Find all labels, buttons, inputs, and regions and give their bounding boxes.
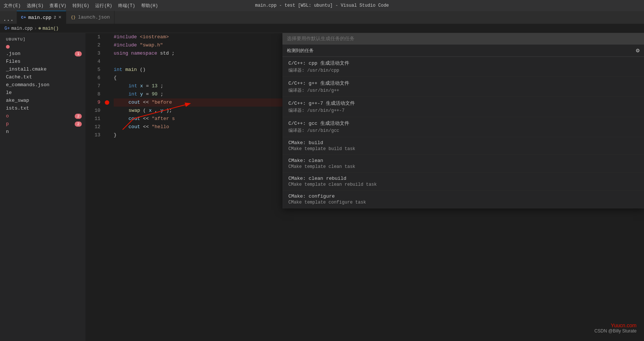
breadcrumb-func-icon: ⊕	[38, 26, 41, 31]
menu-goto[interactable]: 转到(G)	[72, 3, 90, 9]
sidebar-item-le[interactable]: le	[0, 89, 85, 97]
gear-icon[interactable]: ⚙	[636, 47, 640, 54]
task-title-1: C/C++: g++ 生成活动文件	[288, 80, 638, 87]
watermark-yuucn: Yuucn.com	[594, 322, 637, 328]
line-num-12: 12	[85, 123, 100, 131]
line-num-1: 1	[85, 33, 100, 41]
line-num-3: 3	[85, 49, 100, 58]
command-palette: 检测到的任务 ⚙ C/C++: cpp 生成活动文件 编译器: /usr/bin…	[282, 33, 644, 208]
task-title-3: C/C++: gcc 生成活动文件	[288, 120, 638, 127]
task-title-2: C/C++: g++-7 生成活动文件	[288, 100, 638, 107]
sidebar-badge-p: 2	[75, 121, 82, 127]
task-item-3[interactable]: C/C++: gcc 生成活动文件 编译器: /usr/bin/gcc	[282, 117, 644, 137]
task-subtitle-2: 编译器: /usr/bin/g++-7	[288, 107, 638, 114]
tab-launch-json[interactable]: {} launch.json	[66, 11, 114, 24]
task-subtitle-6: CMake template clean rebuild task	[288, 182, 638, 187]
sidebar-item-commands-json[interactable]: e_commands.json	[0, 81, 85, 89]
task-item-5[interactable]: CMake: clean CMake template clean task	[282, 155, 644, 173]
sidebar-item-cache-txt[interactable]: Cache.txt	[0, 73, 85, 81]
menu-terminal[interactable]: 终端(T)	[118, 3, 135, 9]
sidebar-item-install-cmake[interactable]: _install.cmake	[0, 65, 85, 73]
line-num-11: 11	[85, 115, 100, 123]
breadcrumb-func-name[interactable]: main()	[42, 26, 58, 31]
breadcrumb-sep1: ›	[34, 26, 37, 31]
tab-close-button[interactable]: ×	[58, 15, 61, 20]
line-num-7: 7	[85, 82, 100, 90]
tab-bar: ··· C+ main.cpp 2 × {} launch.json	[0, 11, 644, 24]
task-title-7: CMake: configure	[288, 194, 638, 199]
line-num-13: 13	[85, 131, 100, 139]
task-item-7[interactable]: CMake: configure CMake template configur…	[282, 191, 644, 208]
sidebar-item-dot	[0, 44, 85, 50]
json-icon: {}	[71, 15, 75, 20]
task-title-6: CMake: clean rebuild	[288, 176, 638, 181]
command-palette-header-label: 检测到的任务	[287, 48, 314, 54]
sidebar-badge-json: 1	[75, 51, 82, 56]
task-title-0: C/C++: cpp 生成活动文件	[288, 60, 638, 66]
sidebar-modified-dot	[6, 45, 10, 49]
line-num-4: 4	[85, 58, 100, 66]
breadcrumb-file[interactable]: G+	[4, 26, 10, 31]
sidebar-item-files[interactable]: Files	[0, 58, 85, 65]
watermark: Yuucn.com CSDN @Billy Sturate	[594, 322, 637, 334]
sidebar-item-o[interactable]: o 2	[0, 112, 85, 120]
tab-main-cpp-label: main.cpp	[28, 15, 51, 20]
breakpoint-gutter	[104, 33, 111, 341]
task-subtitle-3: 编译器: /usr/bin/gcc	[288, 127, 638, 134]
line-numbers: 1 2 3 4 5 6 7 8 9 10 11 12 13	[85, 33, 104, 341]
task-subtitle-0: 编译器: /usr/bin/cpp	[288, 67, 638, 74]
task-subtitle-1: 编译器: /usr/bin/g++	[288, 87, 638, 94]
task-item-1[interactable]: C/C++: g++ 生成活动文件 编译器: /usr/bin/g++	[282, 77, 644, 97]
sidebar-header: UBUNTU]	[0, 36, 85, 44]
command-search-bar	[282, 33, 644, 45]
tab-more-button[interactable]: ···	[0, 17, 17, 24]
menu-file[interactable]: 文件(E)	[4, 3, 21, 9]
line-num-5: 5	[85, 66, 100, 74]
command-search-input[interactable]	[287, 36, 640, 42]
task-title-5: CMake: clean	[288, 158, 638, 163]
line-num-9: 9	[85, 98, 100, 107]
menu-help[interactable]: 帮助(H)	[141, 3, 158, 9]
main-layout: UBUNTU] .json 1 Files _install.cmake Cac…	[0, 33, 644, 341]
command-palette-header: 检测到的任务 ⚙	[282, 45, 644, 57]
tab-modified-indicator: 2	[54, 15, 56, 20]
line-num-2: 2	[85, 41, 100, 49]
menu-bar[interactable]: 文件(E) 选择(S) 查看(V) 转到(G) 运行(R) 终端(T) 帮助(H…	[4, 3, 158, 9]
task-title-4: CMake: build	[288, 140, 638, 146]
task-item-4[interactable]: CMake: build CMake template build task	[282, 137, 644, 155]
cpp-icon: C+	[21, 15, 26, 20]
window-title: main.cpp - test [WSL: ubuntu] - Visual S…	[255, 3, 389, 8]
task-item-6[interactable]: CMake: clean rebuild CMake template clea…	[282, 173, 644, 191]
sidebar: UBUNTU] .json 1 Files _install.cmake Cac…	[0, 33, 85, 341]
task-subtitle-5: CMake template clean task	[288, 164, 638, 169]
line-num-10: 10	[85, 107, 100, 115]
sidebar-badge-o: 2	[75, 114, 82, 119]
sidebar-item-ists-txt[interactable]: ists.txt	[0, 104, 85, 112]
menu-view[interactable]: 查看(V)	[49, 3, 67, 9]
sidebar-item-json[interactable]: .json 1	[0, 50, 85, 58]
sidebar-item-n[interactable]: n	[0, 128, 85, 136]
breadcrumb-file-name[interactable]: main.cpp	[11, 26, 33, 31]
menu-run[interactable]: 运行(R)	[95, 3, 112, 9]
task-subtitle-7: CMake template configure task	[288, 200, 638, 205]
task-item-0[interactable]: C/C++: cpp 生成活动文件 编译器: /usr/bin/cpp	[282, 57, 644, 77]
task-subtitle-4: CMake template build task	[288, 146, 638, 152]
watermark-csdn: CSDN @Billy Sturate	[594, 328, 637, 334]
task-item-2[interactable]: C/C++: g++-7 生成活动文件 编译器: /usr/bin/g++-7	[282, 97, 644, 117]
editor[interactable]: 1 2 3 4 5 6 7 8 9 10 11 12 13	[85, 33, 644, 341]
title-bar: 文件(E) 选择(S) 查看(V) 转到(G) 运行(R) 终端(T) 帮助(H…	[0, 0, 644, 11]
sidebar-item-make-swap[interactable]: ake_swap	[0, 97, 85, 104]
breakpoint-dot-9	[105, 100, 109, 105]
breakpoint-line-9	[104, 98, 111, 107]
tab-main-cpp[interactable]: C+ main.cpp 2 ×	[17, 11, 67, 24]
line-num-6: 6	[85, 74, 100, 82]
menu-select[interactable]: 选择(S)	[27, 3, 44, 9]
breadcrumb: G+ main.cpp › ⊕ main()	[0, 24, 644, 33]
tab-launch-json-label: launch.json	[78, 14, 110, 20]
line-num-8: 8	[85, 90, 100, 98]
sidebar-item-p[interactable]: p 2	[0, 120, 85, 128]
